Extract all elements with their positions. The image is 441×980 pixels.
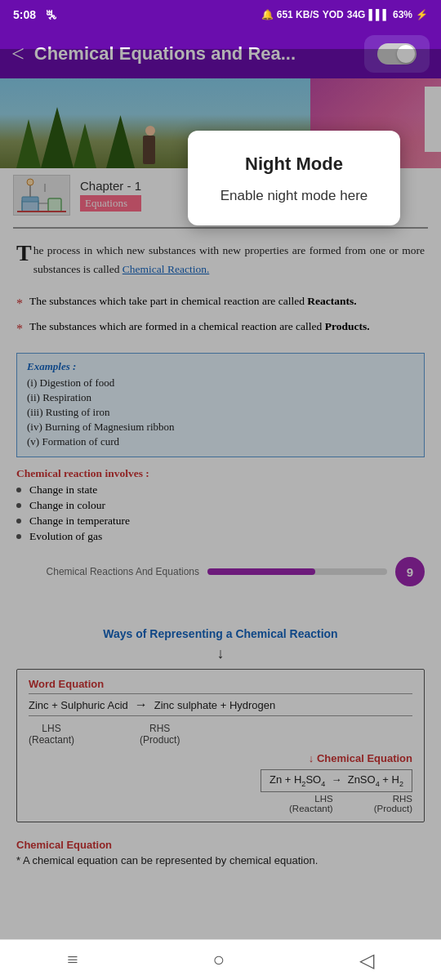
status-battery: 63%	[393, 9, 412, 20]
status-time: 5:08	[13, 8, 36, 21]
popup-description: Enable night mode here	[212, 186, 376, 206]
popup-overlay[interactable]: Night Mode Enable night mode here	[0, 49, 441, 980]
bottom-navigation: ≡ ○ ◁	[0, 939, 441, 980]
status-speed: 651 KB/S	[277, 9, 319, 20]
status-battery-icon: ⚡	[416, 9, 428, 20]
status-bar: 5:08 ꔩ 🔔 651 KB/S YOD 34G ▌▌▌ 63% ⚡	[0, 0, 441, 29]
back-nav-button[interactable]: ◁	[359, 949, 374, 972]
status-bell-icon: 🔔	[261, 9, 274, 20]
status-icon: ꔩ	[46, 8, 57, 22]
home-button[interactable]: ○	[213, 949, 225, 971]
menu-button[interactable]: ≡	[67, 949, 78, 971]
popup-title: Night Mode	[212, 154, 376, 175]
night-mode-popup: Night Mode Enable night mode here	[188, 131, 400, 225]
status-signal: ▌▌▌	[368, 9, 390, 20]
status-network2: 34G	[347, 9, 366, 20]
status-network: YOD	[323, 9, 344, 20]
